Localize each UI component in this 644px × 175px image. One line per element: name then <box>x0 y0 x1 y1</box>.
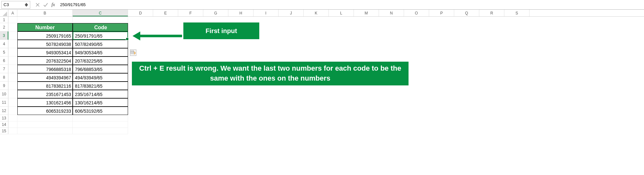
col-header-J[interactable]: J <box>279 10 304 16</box>
cell-A1[interactable] <box>8 17 17 23</box>
row-header-11[interactable]: 11 <box>0 98 8 107</box>
cell-C15[interactable] <box>73 128 128 134</box>
col-header-M[interactable]: M <box>354 10 379 16</box>
col-header-A[interactable]: A <box>8 10 17 16</box>
cell-B3[interactable]: 2509179165 <box>17 31 73 40</box>
col-header-B[interactable]: B <box>17 10 73 16</box>
confirm-icon[interactable] <box>43 3 48 7</box>
cell-C12[interactable]: 606/53192/65 <box>73 107 128 115</box>
cell-B10[interactable]: 2351671453 <box>17 90 73 98</box>
col-header-E[interactable]: E <box>153 10 178 16</box>
row-header-6[interactable]: 6 <box>0 57 8 65</box>
cell-C13[interactable] <box>73 115 128 121</box>
cell-A14[interactable] <box>8 121 17 128</box>
cell-B2[interactable]: Number <box>17 23 73 31</box>
cell-C14[interactable] <box>73 121 128 128</box>
cell-A10[interactable] <box>8 90 17 98</box>
row-4: 4 5078249038 507/82490/65 <box>0 40 644 48</box>
cell-C9[interactable]: 817/83821/65 <box>73 82 128 90</box>
col-header-R[interactable]: R <box>479 10 504 16</box>
row-10: 10 2351671453 235/16714/65 <box>0 90 644 98</box>
row-header-1[interactable]: 1 <box>0 17 8 23</box>
cell-C10[interactable]: 235/16714/65 <box>73 90 128 98</box>
cell-A15[interactable] <box>8 128 17 134</box>
cell-B13[interactable] <box>17 115 73 121</box>
row-13: 13 <box>0 115 644 121</box>
row-14: 14 <box>0 121 644 128</box>
cell-B5[interactable]: 9493053414 <box>17 48 73 57</box>
col-header-I[interactable]: I <box>253 10 279 16</box>
cell-A13[interactable] <box>8 115 17 121</box>
formula-input[interactable] <box>58 0 643 9</box>
cell-C1[interactable] <box>73 17 128 23</box>
cell-A8[interactable] <box>8 73 17 82</box>
cell-B15[interactable] <box>17 128 73 134</box>
flash-fill-options-button[interactable] <box>130 49 136 56</box>
cell-B7[interactable]: 7966885318 <box>17 65 73 73</box>
arrow-annotation <box>133 31 182 40</box>
name-box-stepper[interactable] <box>25 3 28 7</box>
cell-C8[interactable]: 494/93949/65 <box>73 73 128 82</box>
col-header-D[interactable]: D <box>128 10 153 16</box>
row-header-3[interactable]: 3 <box>0 31 8 40</box>
cell-C7[interactable]: 796/68853/65 <box>73 65 128 73</box>
col-header-N[interactable]: N <box>379 10 404 16</box>
cell-B9[interactable]: 8178382116 <box>17 82 73 90</box>
row-5: 5 9493053414 949/30534/65 <box>0 48 644 57</box>
callout-explanation-text: Ctrl + E result is wrong. We want the la… <box>138 64 403 83</box>
col-header-O[interactable]: O <box>404 10 429 16</box>
formula-bar: fx <box>0 0 644 10</box>
col-header-Q[interactable]: Q <box>454 10 479 16</box>
cell-B1[interactable] <box>17 17 73 23</box>
row-header-7[interactable]: 7 <box>0 65 8 73</box>
cell-B8[interactable]: 4949394967 <box>17 73 73 82</box>
cell-C5[interactable]: 949/30534/65 <box>73 48 128 57</box>
cell-A11[interactable] <box>8 98 17 107</box>
svg-marker-1 <box>25 5 28 7</box>
col-header-P[interactable]: P <box>429 10 454 16</box>
name-box[interactable] <box>1 1 30 9</box>
row-header-9[interactable]: 9 <box>0 82 8 90</box>
cell-C11[interactable]: 130/16214/65 <box>73 98 128 107</box>
row-header-13[interactable]: 13 <box>0 115 8 121</box>
cell-A9[interactable] <box>8 82 17 90</box>
cell-B12[interactable]: 6065319233 <box>17 107 73 115</box>
col-header-S[interactable]: S <box>504 10 529 16</box>
cell-A12[interactable] <box>8 107 17 115</box>
cell-B11[interactable]: 1301621456 <box>17 98 73 107</box>
cell-B14[interactable] <box>17 121 73 128</box>
cell-A3[interactable] <box>8 31 17 40</box>
row-header-8[interactable]: 8 <box>0 73 8 82</box>
cell-B6[interactable]: 2076322504 <box>17 57 73 65</box>
col-header-F[interactable]: F <box>178 10 203 16</box>
col-header-H[interactable]: H <box>228 10 253 16</box>
row-header-4[interactable]: 4 <box>0 40 8 48</box>
cell-C2[interactable]: Code <box>73 23 128 31</box>
fx-icon[interactable]: fx <box>51 2 55 7</box>
row-header-15[interactable]: 15 <box>0 128 8 134</box>
row-header-14[interactable]: 14 <box>0 121 8 128</box>
row-header-5[interactable]: 5 <box>0 48 8 57</box>
cell-B4[interactable]: 5078249038 <box>17 40 73 48</box>
select-all-corner[interactable] <box>0 10 8 16</box>
arrow-left-icon <box>133 31 140 40</box>
col-header-K[interactable]: K <box>304 10 329 16</box>
callout-explanation: Ctrl + E result is wrong. We want the la… <box>132 62 409 85</box>
cell-A4[interactable] <box>8 40 17 48</box>
cell-reference-input[interactable] <box>4 2 20 7</box>
cell-A6[interactable] <box>8 57 17 65</box>
col-header-L[interactable]: L <box>329 10 354 16</box>
cell-C3[interactable]: 250/91791/65 <box>73 31 128 40</box>
callout-first-input-text: First input <box>206 27 237 35</box>
cancel-icon[interactable] <box>35 3 40 7</box>
cell-C4[interactable]: 507/82490/65 <box>73 40 128 48</box>
col-header-G[interactable]: G <box>203 10 228 16</box>
cell-A2[interactable] <box>8 23 17 31</box>
row-header-12[interactable]: 12 <box>0 107 8 115</box>
cell-A7[interactable] <box>8 65 17 73</box>
row-header-10[interactable]: 10 <box>0 90 8 98</box>
col-header-C[interactable]: C <box>73 10 128 16</box>
cell-A5[interactable] <box>8 48 17 57</box>
row-header-2[interactable]: 2 <box>0 23 8 31</box>
cell-C6[interactable]: 207/63225/65 <box>73 57 128 65</box>
